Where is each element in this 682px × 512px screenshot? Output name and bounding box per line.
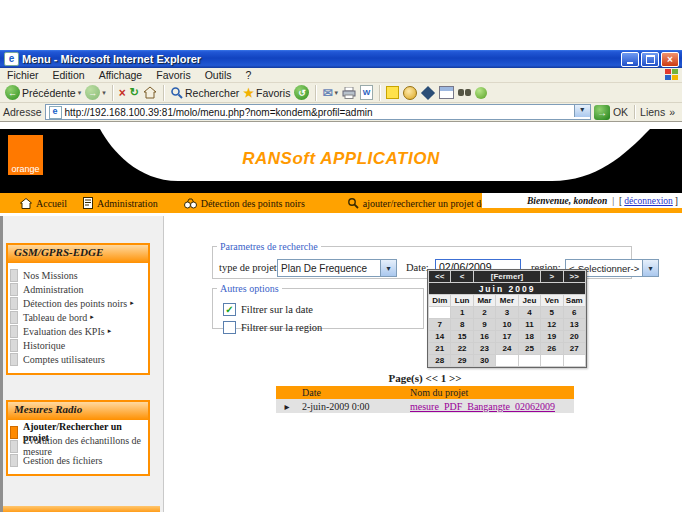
calendar-date-cell[interactable]: 4 [518, 307, 540, 319]
sidebar-item[interactable]: Administration [8, 282, 148, 296]
search-icon [347, 197, 359, 209]
history-button[interactable]: ↺ [294, 85, 309, 100]
calendar-next-month-button[interactable]: > [541, 271, 563, 283]
menu-item[interactable]: Edition [46, 69, 92, 81]
calendar-date-cell[interactable]: 11 [518, 319, 540, 331]
home-button[interactable] [143, 86, 157, 99]
sidebar-section-title: Mesures Radio [8, 402, 148, 420]
mail-button[interactable]: ✉ ▾ [322, 86, 338, 100]
calendar-date-cell[interactable]: 23 [473, 343, 495, 355]
calendar-date-cell[interactable]: 12 [541, 319, 563, 331]
other-options-legend: Autres options [217, 283, 282, 294]
project-link[interactable]: mesure_PDF_Bangangte_02062009 [410, 401, 555, 412]
filter-date-checkbox[interactable]: ✓ [223, 303, 236, 316]
logout-link[interactable]: déconnexion [624, 196, 673, 206]
calendar-date-cell[interactable]: 1 [451, 307, 473, 319]
menu-items: FichierEditionAffichageFavorisOutils? [0, 69, 258, 81]
nav-item-detection[interactable]: Détection des points noirs [184, 198, 305, 209]
menu-item[interactable]: Outils [198, 69, 239, 81]
filter-region-checkbox[interactable]: ✓ [223, 321, 236, 334]
calendar-prev-month-button[interactable]: < [451, 271, 473, 283]
close-button[interactable]: × [661, 52, 679, 67]
calendar-date-cell[interactable]: 6 [563, 307, 585, 319]
print-button[interactable] [342, 87, 356, 99]
submenu-arrow-icon: ▸ [108, 327, 112, 335]
calendar-date-cell[interactable]: 8 [451, 319, 473, 331]
calendar-date-cell[interactable]: 24 [496, 343, 518, 355]
search-button[interactable]: Rechercher [170, 86, 239, 99]
calendar-date-cell[interactable]: 28 [429, 355, 451, 367]
calendar-date-cell[interactable]: 9 [473, 319, 495, 331]
sidebar-item[interactable]: Nos Missions [8, 268, 148, 282]
project-type-select[interactable]: Plan De Frequence ▾ [277, 259, 397, 277]
notes-button[interactable] [386, 86, 399, 99]
forward-dropdown-icon[interactable]: ▾ [102, 89, 106, 97]
view-tool-button[interactable] [458, 89, 471, 96]
menu-item[interactable]: Fichier [0, 69, 46, 81]
messenger-button[interactable] [475, 87, 487, 99]
minimize-button[interactable] [621, 52, 639, 67]
window-controls: × [621, 52, 679, 67]
calendar-week-row: 282930 [429, 355, 586, 367]
address-input[interactable]: e http://192.168.100.39:81/molo/menu.php… [45, 104, 591, 120]
back-dropdown-icon[interactable]: ▾ [78, 89, 82, 97]
edit-button[interactable]: W [360, 85, 373, 100]
mail-dropdown-icon[interactable]: ▾ [335, 89, 339, 97]
dropdown-arrow-icon[interactable]: ▾ [380, 260, 396, 276]
calendar-date-cell[interactable]: 14 [429, 331, 451, 343]
calendar-date-cell[interactable]: 2 [473, 307, 495, 319]
calendar-date-cell[interactable]: 19 [541, 331, 563, 343]
sidebar-item[interactable]: Comptes utilisateurs [8, 352, 148, 366]
calendar-date-cell[interactable]: 18 [518, 331, 540, 343]
back-button[interactable]: ← Précédente ▾ [5, 85, 81, 100]
address-dropdown-button[interactable]: ▾ [574, 105, 590, 117]
encarta-button[interactable] [403, 86, 417, 100]
calendar-date-cell[interactable]: 30 [473, 355, 495, 367]
favorites-button[interactable]: ★ Favoris [243, 86, 290, 100]
calendar-date-cell[interactable]: 26 [541, 343, 563, 355]
title-bar[interactable]: e Menu - Microsoft Internet Explorer × [0, 50, 682, 68]
table-tool-button[interactable] [439, 86, 454, 99]
sidebar-item[interactable]: Détection des points noirs▸ [8, 296, 148, 310]
pager[interactable]: Page(s) << 1 >> [276, 372, 574, 385]
calendar-date-cell[interactable]: 21 [429, 343, 451, 355]
sidebar-item[interactable]: Tableau de bord▸ [8, 310, 148, 324]
stop-button[interactable]: × [119, 86, 126, 100]
calendar-date-cell[interactable]: 22 [451, 343, 473, 355]
calendar-date-cell[interactable]: 15 [451, 331, 473, 343]
forward-button[interactable]: → ▾ [85, 85, 106, 100]
calendar-date-cell[interactable]: 13 [563, 319, 585, 331]
calendar-date-cell[interactable]: 3 [496, 307, 518, 319]
calendar-prev-year-button[interactable]: << [429, 271, 451, 283]
calendar-date-cell[interactable]: 17 [496, 331, 518, 343]
calendar-date-cell[interactable]: 20 [563, 331, 585, 343]
row-arrow-icon: ▸ [276, 399, 298, 413]
menu-item[interactable]: Favoris [149, 69, 197, 81]
sidebar-item[interactable]: Evaluation des KPIs▸ [8, 324, 148, 338]
refresh-button[interactable]: ↻ [130, 86, 139, 99]
calendar-next-year-button[interactable]: >> [563, 271, 585, 283]
calendar-date-cell[interactable]: 16 [473, 331, 495, 343]
restore-button[interactable] [641, 52, 659, 67]
calendar-date-cell[interactable]: 25 [518, 343, 540, 355]
calendar-date-cell[interactable]: 27 [563, 343, 585, 355]
calendar-day-header: Ven [541, 295, 563, 307]
calendar-date-cell[interactable]: 5 [541, 307, 563, 319]
sidebar-item[interactable]: Evolution des échantillons de mesure [8, 439, 148, 453]
calendar-close-calendar-button[interactable]: [Fermer] [473, 271, 540, 283]
go-button[interactable]: → [594, 105, 610, 120]
calendar-date-cell[interactable]: 10 [496, 319, 518, 331]
grid-icon [439, 86, 454, 99]
dropdown-arrow-icon[interactable]: ▾ [642, 260, 658, 276]
go-arrow-icon: → [597, 107, 607, 118]
sidebar-item[interactable]: Historique [8, 338, 148, 352]
menu-item[interactable]: ? [239, 69, 259, 81]
nav-item-administration[interactable]: Administration [83, 197, 158, 209]
menu-item[interactable]: Affichage [92, 69, 150, 81]
nav-item-accueil[interactable]: Accueil [20, 198, 67, 209]
links-button[interactable]: Liens » [640, 106, 679, 118]
forward-icon: → [85, 85, 100, 100]
calendar-date-cell[interactable]: 29 [451, 355, 473, 367]
research-button[interactable] [421, 88, 435, 98]
calendar-date-cell[interactable]: 7 [429, 319, 451, 331]
